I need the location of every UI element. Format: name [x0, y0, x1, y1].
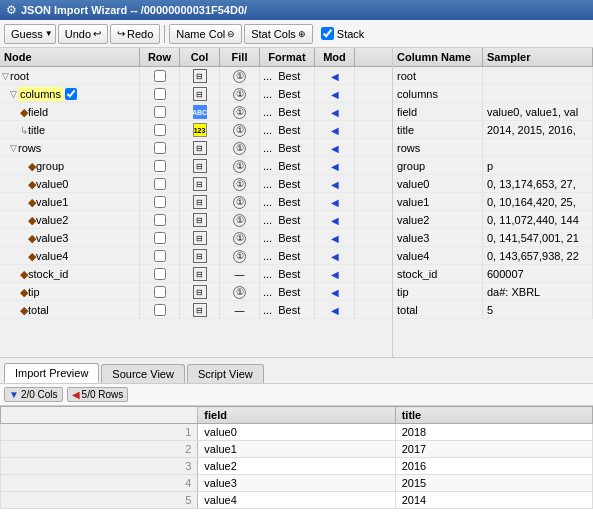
rows-indicator-icon: ◀	[72, 389, 80, 400]
format-cell: ... Best	[260, 193, 315, 211]
header-fill: Fill	[220, 48, 260, 66]
node-cell-value1[interactable]: ◆ value1	[0, 193, 140, 211]
undo-button[interactable]: Undo ↩	[58, 24, 108, 44]
tree-row[interactable]: ◆ stock_id ⊟ — ... Best ◀	[0, 265, 392, 283]
expand-icon[interactable]: ▽	[10, 143, 17, 153]
row-number: 3	[1, 458, 198, 475]
bullet-icon: ◆	[20, 286, 28, 299]
node-cell-stock-id[interactable]: ◆ stock_id	[0, 265, 140, 283]
sampler-cell: 600007	[483, 265, 593, 283]
fill-cell: ①	[220, 157, 260, 175]
row-cell	[140, 85, 180, 103]
row-cell	[140, 301, 180, 319]
stat-cols-button[interactable]: Stat Cols ⊕	[244, 24, 313, 44]
tab-source-view[interactable]: Source View	[101, 364, 185, 383]
tree-row[interactable]: ▽ root ⊟ ① ... Best ◀	[0, 67, 392, 85]
node-cell-field[interactable]: ◆ field	[0, 103, 140, 121]
node-cell-value0[interactable]: ◆ value0	[0, 175, 140, 193]
tree-row[interactable]: ▽ columns ⊟ ① ... Best ◀	[0, 85, 392, 103]
fill-icon: ①	[233, 250, 246, 263]
preview-header-row: field title	[1, 407, 593, 424]
expand-icon[interactable]: ▽	[2, 71, 9, 81]
tree-row[interactable]: ◆ group ⊟ ① ... Best ◀	[0, 157, 392, 175]
row-checkbox[interactable]	[154, 106, 166, 118]
col-name-cell: value1	[393, 193, 483, 211]
col-cell: 123	[180, 121, 220, 139]
list-item: groupp	[393, 157, 593, 175]
row-checkbox[interactable]	[154, 232, 166, 244]
row-checkbox[interactable]	[154, 178, 166, 190]
col-cell: ⊟	[180, 139, 220, 157]
row-cell	[140, 139, 180, 157]
row-cell	[140, 265, 180, 283]
tree-row[interactable]: ◆ total ⊟ — ... Best ◀	[0, 301, 392, 319]
col-icon: ⊟	[193, 267, 207, 281]
tree-body[interactable]: ▽ root ⊟ ① ... Best ◀ ▽ columns ⊟ ①	[0, 67, 392, 347]
row-checkbox[interactable]	[154, 304, 166, 316]
row-number: 1	[1, 424, 198, 441]
tree-row[interactable]: ◆ value1 ⊟ ① ... Best ◀	[0, 193, 392, 211]
mod-cell: ◀	[315, 211, 355, 229]
tree-row[interactable]: ▽ rows ⊟ ① ... Best ◀	[0, 139, 392, 157]
col-icon: ⊟	[193, 69, 207, 83]
tree-row[interactable]: ◆ field ABC ① ... Best ◀	[0, 103, 392, 121]
name-col-button[interactable]: Name Col ⊖	[169, 24, 242, 44]
node-cell-tip[interactable]: ◆ tip	[0, 283, 140, 301]
fill-cell: ①	[220, 229, 260, 247]
list-item: value00, 13,174,653, 27,	[393, 175, 593, 193]
col-cell: ⊟	[180, 157, 220, 175]
col-cell: ⊟	[180, 85, 220, 103]
guess-button[interactable]: Guess ▼	[4, 24, 56, 44]
col-icon: ⊟	[193, 285, 207, 299]
tree-row[interactable]: ◆ value4 ⊟ ① ... Best ◀	[0, 247, 392, 265]
node-label: value1	[36, 196, 68, 208]
columns-checkbox[interactable]	[65, 88, 77, 100]
node-label: root	[10, 70, 29, 82]
row-checkbox[interactable]	[154, 160, 166, 172]
header-col: Col	[180, 48, 220, 66]
node-cell-value2[interactable]: ◆ value2	[0, 211, 140, 229]
tab-import-preview[interactable]: Import Preview	[4, 363, 99, 383]
bullet-icon: ◆	[28, 160, 36, 173]
redo-button[interactable]: ↪ Redo	[110, 24, 160, 44]
fill-cell: —	[220, 265, 260, 283]
col-name-cell: group	[393, 157, 483, 175]
node-cell-rows[interactable]: ▽ rows	[0, 139, 140, 157]
node-cell-title[interactable]: ↳ title	[0, 121, 140, 139]
mod-icon: ◀	[331, 125, 339, 136]
sampler-cell: 0, 141,547,001, 21	[483, 229, 593, 247]
row-checkbox[interactable]	[154, 70, 166, 82]
window-title: JSON Import Wizard -- /00000000031F54D0/	[21, 4, 247, 16]
tree-row[interactable]: ◆ value0 ⊟ ① ... Best ◀	[0, 175, 392, 193]
tree-row[interactable]: ◆ tip ⊟ ① ... Best ◀	[0, 283, 392, 301]
format-cell: ... Best	[260, 211, 315, 229]
mod-cell: ◀	[315, 139, 355, 157]
node-cell-total[interactable]: ◆ total	[0, 301, 140, 319]
row-checkbox[interactable]	[154, 286, 166, 298]
expand-icon[interactable]: ▽	[10, 89, 17, 99]
node-label: value3	[36, 232, 68, 244]
node-cell-columns[interactable]: ▽ columns	[0, 85, 140, 103]
mod-icon: ◀	[331, 251, 339, 262]
row-checkbox[interactable]	[154, 214, 166, 226]
node-cell-value3[interactable]: ◆ value3	[0, 229, 140, 247]
tab-script-view[interactable]: Script View	[187, 364, 264, 383]
list-item: rows	[393, 139, 593, 157]
node-label: group	[36, 160, 64, 172]
stack-container: Stack	[321, 27, 365, 40]
node-cell-root[interactable]: ▽ root	[0, 67, 140, 85]
tree-row[interactable]: ◆ value3 ⊟ ① ... Best ◀	[0, 229, 392, 247]
row-checkbox[interactable]	[154, 124, 166, 136]
row-checkbox[interactable]	[154, 196, 166, 208]
tree-row[interactable]: ↳ title 123 ① ... Best ◀	[0, 121, 392, 139]
node-cell-value4[interactable]: ◆ value4	[0, 247, 140, 265]
stack-checkbox[interactable]	[321, 27, 334, 40]
tree-row[interactable]: ◆ value2 ⊟ ① ... Best ◀	[0, 211, 392, 229]
row-checkbox[interactable]	[154, 142, 166, 154]
node-cell-group[interactable]: ◆ group	[0, 157, 140, 175]
row-checkbox[interactable]	[154, 250, 166, 262]
field-cell: value3	[198, 475, 395, 492]
row-checkbox[interactable]	[154, 88, 166, 100]
fill-icon: ①	[233, 214, 246, 227]
row-checkbox[interactable]	[154, 268, 166, 280]
